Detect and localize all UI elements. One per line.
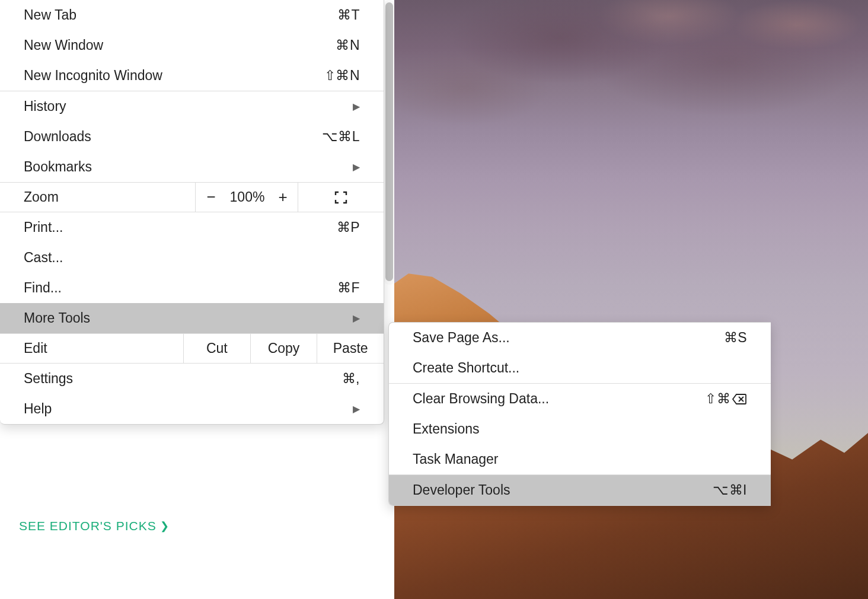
- submenu-clear-data-shortcut: ⇧⌘: [705, 391, 747, 407]
- submenu-create-shortcut-label: Create Shortcut...: [413, 360, 747, 376]
- backspace-icon: [732, 393, 747, 405]
- menu-new-window[interactable]: New Window ⌘N: [0, 30, 384, 60]
- menu-scrollbar-thumb[interactable]: [385, 2, 393, 281]
- fullscreen-icon: [334, 191, 347, 204]
- menu-new-window-label: New Window: [24, 37, 336, 53]
- menu-cast-label: Cast...: [24, 250, 360, 266]
- submenu-developer-tools-shortcut: ⌥⌘I: [713, 482, 747, 498]
- menu-new-window-shortcut: ⌘N: [336, 37, 360, 53]
- menu-new-incognito-label: New Incognito Window: [24, 68, 324, 84]
- more-tools-submenu: Save Page As... ⌘S Create Shortcut... Cl…: [388, 322, 771, 506]
- menu-settings[interactable]: Settings ⌘,: [0, 364, 384, 394]
- chrome-main-menu: New Tab ⌘T New Window ⌘N New Incognito W…: [0, 0, 384, 425]
- menu-more-tools-label: More Tools: [24, 310, 353, 326]
- menu-bookmarks-label: Bookmarks: [24, 159, 353, 175]
- menu-downloads[interactable]: Downloads ⌥⌘L: [0, 122, 384, 152]
- submenu-arrow-icon: ▶: [353, 161, 360, 173]
- fullscreen-button[interactable]: [298, 183, 384, 212]
- menu-edit-row: Edit Cut Copy Paste: [0, 333, 384, 364]
- menu-new-incognito[interactable]: New Incognito Window ⇧⌘N: [0, 60, 384, 91]
- edit-cut-button[interactable]: Cut: [184, 334, 251, 363]
- menu-downloads-shortcut: ⌥⌘L: [322, 129, 360, 145]
- chevron-right-icon: ❯: [160, 520, 170, 533]
- menu-new-tab[interactable]: New Tab ⌘T: [0, 0, 384, 30]
- menu-help-label: Help: [24, 401, 353, 417]
- submenu-clear-data-label: Clear Browsing Data...: [413, 391, 705, 407]
- menu-settings-shortcut: ⌘,: [342, 371, 360, 387]
- edit-copy-button[interactable]: Copy: [251, 334, 318, 363]
- wallpaper-clouds: [394, 0, 868, 208]
- submenu-save-page-label: Save Page As...: [413, 330, 724, 346]
- menu-find-shortcut: ⌘F: [337, 280, 360, 296]
- submenu-extensions[interactable]: Extensions: [389, 414, 771, 444]
- zoom-out-button[interactable]: −: [196, 183, 226, 212]
- submenu-save-page-shortcut: ⌘S: [724, 330, 747, 346]
- submenu-extensions-label: Extensions: [413, 421, 747, 437]
- editors-picks-link[interactable]: SEE EDITOR'S PICKS ❯: [19, 519, 170, 533]
- zoom-level-value: 100%: [226, 183, 268, 212]
- submenu-arrow-icon: ▶: [353, 403, 360, 415]
- menu-history-label: History: [24, 98, 353, 114]
- menu-history[interactable]: History ▶: [0, 91, 384, 122]
- menu-new-tab-shortcut: ⌘T: [337, 7, 360, 23]
- menu-cast[interactable]: Cast...: [0, 243, 384, 273]
- menu-print[interactable]: Print... ⌘P: [0, 212, 384, 243]
- submenu-task-manager-label: Task Manager: [413, 451, 747, 467]
- menu-print-label: Print...: [24, 219, 337, 235]
- menu-find[interactable]: Find... ⌘F: [0, 273, 384, 303]
- menu-find-label: Find...: [24, 280, 337, 296]
- menu-edit-label: Edit: [0, 334, 184, 363]
- menu-new-incognito-shortcut: ⇧⌘N: [324, 68, 360, 84]
- desktop-wallpaper: [394, 0, 868, 599]
- edit-paste-button[interactable]: Paste: [317, 334, 384, 363]
- submenu-developer-tools-label: Developer Tools: [413, 482, 713, 498]
- menu-zoom-label: Zoom: [0, 183, 196, 212]
- editors-picks-label: SEE EDITOR'S PICKS: [19, 519, 157, 533]
- submenu-task-manager[interactable]: Task Manager: [389, 444, 771, 474]
- submenu-create-shortcut[interactable]: Create Shortcut...: [389, 353, 771, 383]
- menu-new-tab-label: New Tab: [24, 7, 337, 23]
- menu-settings-label: Settings: [24, 371, 342, 387]
- menu-print-shortcut: ⌘P: [337, 219, 360, 235]
- menu-help[interactable]: Help ▶: [0, 394, 384, 424]
- submenu-developer-tools[interactable]: Developer Tools ⌥⌘I: [389, 475, 771, 505]
- menu-downloads-label: Downloads: [24, 129, 322, 145]
- submenu-save-page[interactable]: Save Page As... ⌘S: [389, 323, 771, 353]
- submenu-arrow-icon: ▶: [353, 101, 360, 112]
- zoom-in-button[interactable]: +: [268, 183, 298, 212]
- submenu-arrow-icon: ▶: [353, 313, 360, 324]
- menu-bookmarks[interactable]: Bookmarks ▶: [0, 152, 384, 182]
- menu-more-tools[interactable]: More Tools ▶: [0, 303, 384, 333]
- menu-zoom-row: Zoom − 100% +: [0, 182, 384, 212]
- submenu-clear-data[interactable]: Clear Browsing Data... ⇧⌘: [389, 384, 771, 414]
